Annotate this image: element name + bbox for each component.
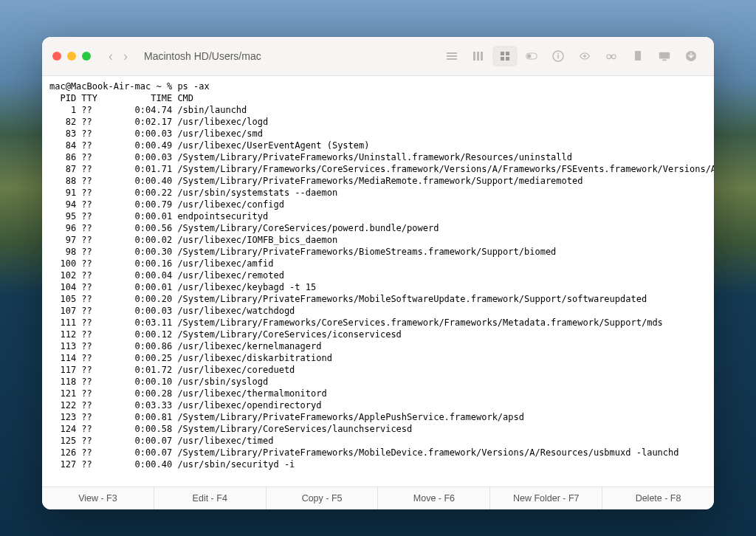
svg-rect-21 [662, 59, 666, 61]
svg-rect-8 [501, 57, 504, 61]
svg-rect-7 [506, 52, 509, 55]
terminal-output[interactable]: mac@MacBook-Air-mac ~ % ps -ax PID TTY T… [42, 76, 714, 487]
toolbar [439, 46, 704, 66]
view-columns-icon[interactable] [466, 46, 491, 66]
binoculars-icon[interactable] [599, 46, 624, 66]
view-grid-icon[interactable] [492, 46, 518, 66]
footer-bar: View - F3Edit - F4Copy - F5Move - F6New … [42, 487, 714, 509]
minimize-button[interactable] [67, 52, 76, 61]
nav-back-button[interactable]: ‹ [109, 49, 113, 64]
svg-rect-6 [501, 52, 504, 55]
window-controls [52, 52, 91, 61]
nav-forward-button[interactable]: › [123, 49, 128, 64]
footer-button-0[interactable]: View - F3 [42, 487, 154, 509]
svg-rect-4 [477, 52, 479, 61]
svg-rect-2 [447, 58, 457, 60]
svg-point-16 [607, 55, 611, 59]
tag-icon[interactable] [625, 46, 650, 66]
path-display: Macintosh HD/Users/mac [140, 50, 432, 62]
nav-arrows: ‹ › [104, 49, 132, 64]
svg-rect-18 [610, 55, 612, 57]
svg-point-15 [583, 55, 586, 58]
svg-rect-19 [635, 51, 641, 61]
svg-rect-13 [557, 55, 559, 59]
footer-button-5[interactable]: Delete - F8 [602, 487, 714, 509]
svg-point-14 [557, 53, 559, 55]
footer-button-2[interactable]: Copy - F5 [267, 487, 379, 509]
svg-rect-3 [473, 52, 475, 61]
close-button[interactable] [52, 52, 61, 61]
svg-point-11 [527, 54, 531, 58]
footer-button-1[interactable]: Edit - F4 [154, 487, 267, 509]
info-icon[interactable] [546, 46, 571, 66]
svg-point-17 [611, 55, 616, 59]
footer-button-3[interactable]: Move - F6 [378, 487, 490, 509]
download-icon[interactable] [678, 46, 704, 66]
svg-rect-1 [447, 55, 457, 57]
svg-rect-9 [506, 57, 509, 61]
zoom-button[interactable] [82, 52, 91, 61]
footer-button-4[interactable]: New Folder - F7 [490, 487, 602, 509]
view-list-icon[interactable] [439, 46, 464, 66]
svg-rect-20 [659, 52, 670, 59]
app-window: ‹ › Macintosh HD/Users/mac [42, 37, 714, 509]
eye-icon[interactable] [572, 46, 597, 66]
monitor-icon[interactable] [652, 46, 677, 66]
svg-rect-5 [481, 52, 483, 61]
titlebar: ‹ › Macintosh HD/Users/mac [42, 37, 714, 76]
toggle-icon[interactable] [519, 46, 544, 66]
svg-rect-0 [447, 52, 457, 54]
